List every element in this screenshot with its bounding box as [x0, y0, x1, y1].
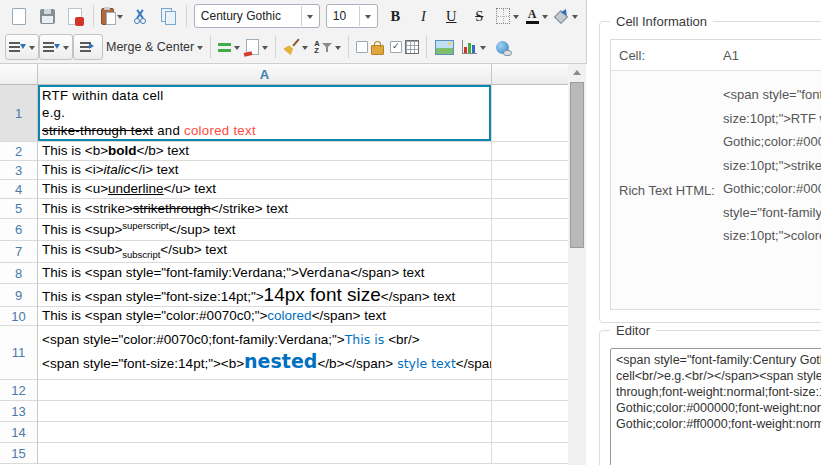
column-header-row: A: [0, 64, 568, 85]
row-header[interactable]: 9: [0, 284, 38, 307]
insert-image-button[interactable]: [431, 35, 459, 59]
toolbar-row-2: Merge & Center AZ ✓: [0, 32, 586, 62]
row-header[interactable]: 11: [0, 326, 38, 380]
font-family-select[interactable]: Century Gothic: [194, 4, 320, 28]
strikethrough-button[interactable]: S: [465, 4, 493, 28]
protect-sheet-toggle[interactable]: [353, 35, 387, 59]
cell[interactable]: [492, 263, 568, 284]
fill-color-button[interactable]: [551, 4, 581, 28]
cell[interactable]: [492, 161, 568, 180]
cell[interactable]: This is <span style="font-family:Verdana…: [38, 263, 492, 284]
toolbar-row-1: Century Gothic 10 B I U S A: [0, 0, 586, 32]
horizontal-align-button[interactable]: [39, 34, 73, 60]
cell[interactable]: [38, 401, 492, 422]
gridlines-toggle[interactable]: ✓: [387, 35, 422, 59]
row-header[interactable]: 6: [0, 219, 38, 241]
row-header[interactable]: 1: [0, 85, 38, 142]
cell[interactable]: [492, 85, 568, 142]
cell[interactable]: This is <i>italic</i> text: [38, 161, 492, 180]
cell[interactable]: <span style="color:#0070c0;font-family:V…: [38, 326, 492, 380]
cell[interactable]: [492, 219, 568, 241]
cell[interactable]: [492, 326, 568, 380]
table-row: 10This is <span style="color:#0070c0;">c…: [0, 307, 568, 326]
separator: [348, 36, 349, 58]
editor-textarea[interactable]: <span style="font-family:Century Gothic;…: [610, 348, 821, 465]
checkbox-checked-icon: ✓: [390, 41, 402, 53]
row-header[interactable]: 7: [0, 241, 38, 263]
vertical-align-button[interactable]: [5, 34, 39, 60]
vertical-scrollbar[interactable]: [568, 64, 586, 465]
cell[interactable]: [492, 380, 568, 401]
cell[interactable]: [492, 142, 568, 161]
separator: [275, 36, 276, 58]
rich-text-html-value: <span style="font-famisize:10pt;">RTF wi…: [723, 71, 821, 309]
sort-filter-button[interactable]: AZ: [311, 35, 343, 59]
cell[interactable]: [38, 380, 492, 401]
merge-center-button[interactable]: Merge & Center: [103, 35, 206, 59]
row-header[interactable]: 13: [0, 401, 38, 422]
column-header-b-partial[interactable]: [492, 64, 568, 85]
row-header[interactable]: 8: [0, 263, 38, 284]
cell[interactable]: [492, 199, 568, 219]
paste-button[interactable]: [98, 4, 126, 28]
cell[interactable]: [38, 443, 492, 464]
cell[interactable]: [492, 401, 568, 422]
underline-button[interactable]: U: [437, 4, 465, 28]
save-button[interactable]: [33, 4, 61, 28]
row-header[interactable]: 10: [0, 307, 38, 326]
cell[interactable]: [492, 422, 568, 443]
globe-link-icon: [496, 41, 509, 54]
cell[interactable]: [492, 180, 568, 199]
row-header[interactable]: 2: [0, 142, 38, 161]
copy-icon: [160, 8, 176, 24]
insert-link-button[interactable]: [489, 35, 517, 59]
cell[interactable]: [492, 443, 568, 464]
bold-button[interactable]: B: [381, 4, 409, 28]
row-header[interactable]: 12: [0, 380, 38, 401]
table-row: Cell: A1: [611, 40, 821, 71]
copy-button[interactable]: [154, 4, 182, 28]
wrap-text-button[interactable]: [73, 34, 103, 60]
save-icon: [40, 9, 55, 24]
font-color-button[interactable]: A: [522, 4, 551, 28]
scroll-up-arrow-icon[interactable]: [568, 64, 586, 80]
toolbar: Century Gothic 10 B I U S A Merge & Cent…: [0, 0, 587, 64]
cell[interactable]: This is <span style="font-size:14pt;">14…: [38, 284, 492, 307]
column-header-a[interactable]: A: [38, 64, 492, 85]
borders-button[interactable]: [493, 4, 522, 28]
row-header[interactable]: 3: [0, 161, 38, 180]
table-row: 6This is <sup>superscript</sup> text: [0, 219, 568, 241]
cell[interactable]: This is <strike>strikethrough</strike> t…: [38, 199, 492, 219]
cell[interactable]: [38, 422, 492, 443]
cell[interactable]: This is <b>bold</b> text: [38, 142, 492, 161]
cell[interactable]: [492, 284, 568, 307]
cell[interactable]: This is <span style="color:#0070c0;">col…: [38, 307, 492, 326]
cell[interactable]: [492, 307, 568, 326]
cell[interactable]: This is <sup>superscript</sup> text: [38, 219, 492, 241]
horizontal-align-icon: [43, 42, 60, 53]
row-header[interactable]: 5: [0, 199, 38, 219]
cut-button[interactable]: [126, 4, 154, 28]
select-all-corner[interactable]: [0, 64, 38, 85]
export-pdf-button[interactable]: [61, 4, 89, 28]
cell[interactable]: [492, 241, 568, 263]
divider: [301, 6, 302, 26]
cell[interactable]: RTF within data celle.g.strike-through t…: [38, 85, 492, 142]
font-size-select[interactable]: 10: [326, 4, 379, 28]
scrollbar-thumb[interactable]: [570, 82, 584, 248]
row-header[interactable]: 14: [0, 422, 38, 443]
delete-button[interactable]: [243, 35, 271, 59]
insert-rows-button[interactable]: [215, 35, 243, 59]
row-header[interactable]: 15: [0, 443, 38, 464]
chevron-down-icon: [513, 15, 519, 22]
italic-button[interactable]: I: [409, 4, 437, 28]
editor-legend: Editor: [610, 323, 656, 338]
cell[interactable]: This is <sub>subscript</sub> text: [38, 241, 492, 263]
insert-chart-button[interactable]: [459, 35, 489, 59]
cell[interactable]: This is <u>underline</u> text: [38, 180, 492, 199]
clear-format-button[interactable]: [280, 35, 311, 59]
pdf-icon: [68, 8, 82, 25]
font-color-icon: A: [525, 8, 539, 24]
new-file-button[interactable]: [5, 4, 33, 28]
row-header[interactable]: 4: [0, 180, 38, 199]
